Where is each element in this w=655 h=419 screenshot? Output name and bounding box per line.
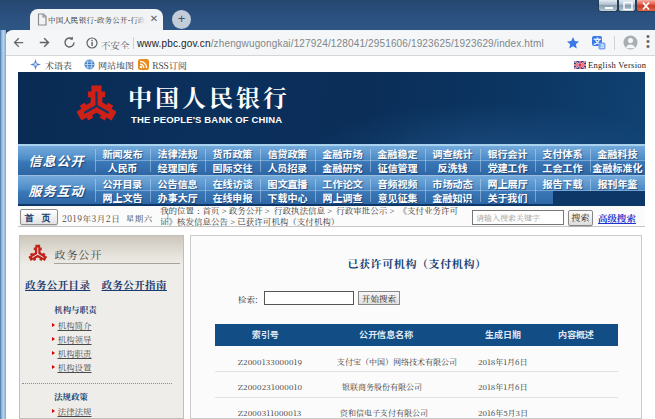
svg-text:a: a (600, 42, 604, 49)
